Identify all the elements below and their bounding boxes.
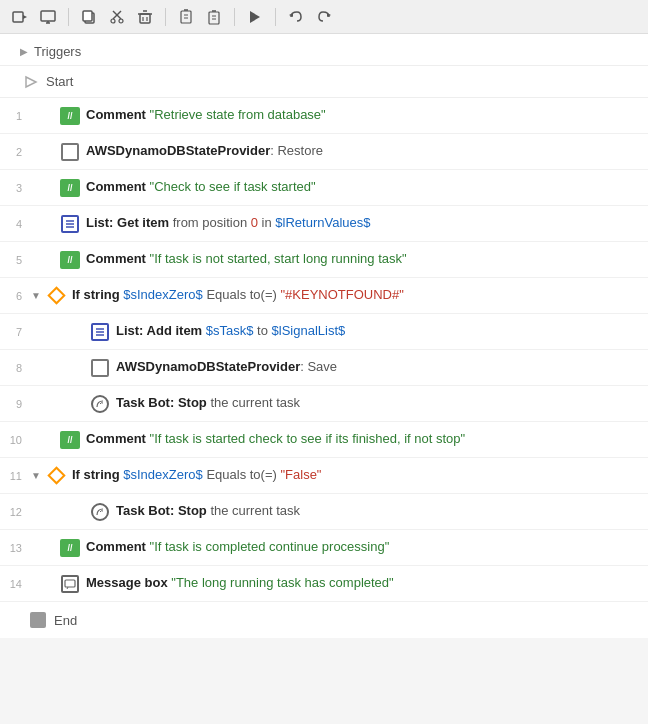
paste-after-button[interactable]	[202, 5, 226, 29]
step-row[interactable]: 11 ▼ If string $sIndexZero$ Equals to(=)…	[0, 458, 648, 494]
step-content: Comment "Check to see if task started"	[86, 178, 648, 196]
line-number: 2	[0, 146, 28, 158]
step-icon-wrapper: //	[60, 178, 80, 198]
dynamo-icon	[61, 143, 79, 161]
redo-button[interactable]	[312, 5, 336, 29]
line-number: 7	[0, 326, 28, 338]
line-number: 11	[0, 470, 28, 482]
step-icon-wrapper	[60, 214, 80, 234]
sep-1	[68, 8, 69, 26]
line-number: 14	[0, 578, 28, 590]
step-text-action: Comment	[86, 431, 150, 446]
step-content: List: Get item from position 0 in $lRetu…	[86, 214, 648, 232]
step-text-var: $sTask$	[206, 323, 254, 338]
comment-icon: //	[60, 107, 80, 125]
svg-point-10	[119, 19, 123, 23]
step-row[interactable]: 2 AWSDynamoDBStateProvider: Restore	[0, 134, 648, 170]
triggers-arrow-icon: ▶	[20, 46, 28, 57]
step-row[interactable]: 7 List: Add item $sTask$ to $lSignalList…	[0, 314, 648, 350]
step-content: If string $sIndexZero$ Equals to(=) "Fal…	[72, 466, 648, 484]
comment-icon: //	[60, 431, 80, 449]
step-row[interactable]: 4 List: Get item from position 0 in $lRe…	[0, 206, 648, 242]
step-text-green: "Check to see if task started"	[150, 179, 316, 194]
line-number: 10	[0, 434, 28, 446]
step-text-normal: the current task	[210, 395, 300, 410]
step-text-action: If string	[72, 287, 123, 302]
line-number: 4	[0, 218, 28, 230]
sep-4	[275, 8, 276, 26]
step-text-green: "The long running task has completed"	[171, 575, 393, 590]
step-text-action: AWSDynamoDBStateProvider	[116, 359, 300, 374]
step-text-var: $sIndexZero$	[123, 287, 203, 302]
step-icon-wrapper	[90, 502, 110, 522]
delete-button[interactable]	[133, 5, 157, 29]
taskbot-icon	[91, 503, 109, 521]
end-icon	[30, 612, 46, 628]
step-content: Task Bot: Stop the current task	[116, 502, 648, 520]
step-text-action: Comment	[86, 539, 150, 554]
svg-rect-0	[13, 12, 23, 22]
step-text-action: Comment	[86, 179, 150, 194]
step-content: Comment "If task is not started, start l…	[86, 250, 648, 268]
step-text-normal: : Restore	[270, 143, 323, 158]
expand-btn[interactable]: ▼	[28, 288, 44, 304]
step-content: AWSDynamoDBStateProvider: Save	[116, 358, 648, 376]
triggers-row: ▶ Triggers	[0, 34, 648, 66]
step-icon-wrapper	[90, 358, 110, 378]
step-row[interactable]: 1 // Comment "Retrieve state from databa…	[0, 98, 648, 134]
end-row: End	[0, 602, 648, 638]
step-row[interactable]: 5 // Comment "If task is not started, st…	[0, 242, 648, 278]
step-icon-wrapper	[60, 574, 80, 594]
screen-button[interactable]	[36, 5, 60, 29]
line-number: 6	[0, 290, 28, 302]
step-text-var: $lSignalList$	[272, 323, 346, 338]
step-row[interactable]: 13 // Comment "If task is completed cont…	[0, 530, 648, 566]
step-content: Comment "If task is started check to see…	[86, 430, 648, 448]
line-number: 8	[0, 362, 28, 374]
svg-rect-2	[41, 11, 55, 21]
step-text-green: "If task is started check to see if its …	[150, 431, 466, 446]
step-text-normal: the current task	[210, 503, 300, 518]
step-row[interactable]: 6 ▼ If string $sIndexZero$ Equals to(=) …	[0, 278, 648, 314]
svg-rect-35	[65, 580, 75, 587]
step-row[interactable]: 10 // Comment "If task is started check …	[0, 422, 648, 458]
step-content: Task Bot: Stop the current task	[116, 394, 648, 412]
step-icon-wrapper: //	[60, 538, 80, 558]
list-icon	[61, 215, 79, 233]
expand-btn[interactable]: ▼	[28, 468, 44, 484]
step-row[interactable]: 3 // Comment "Check to see if task start…	[0, 170, 648, 206]
step-text-green: "If task is completed continue processin…	[150, 539, 390, 554]
step-icon-wrapper: //	[60, 430, 80, 450]
svg-rect-20	[209, 12, 219, 24]
run-button[interactable]	[243, 5, 267, 29]
cut-button[interactable]	[105, 5, 129, 29]
sep-2	[165, 8, 166, 26]
copy-button[interactable]	[77, 5, 101, 29]
step-row[interactable]: 9 Task Bot: Stop the current task	[0, 386, 648, 422]
step-row[interactable]: 12 Task Bot: Stop the current task	[0, 494, 648, 530]
step-icon-wrapper	[90, 322, 110, 342]
step-icon-wrapper: //	[60, 250, 80, 270]
paste-before-button[interactable]	[174, 5, 198, 29]
line-number: 12	[0, 506, 28, 518]
if-icon	[47, 467, 65, 485]
record-button[interactable]	[8, 5, 32, 29]
dynamo-icon	[91, 359, 109, 377]
sep-3	[234, 8, 235, 26]
step-text-normal: from position	[173, 215, 251, 230]
step-text-action: AWSDynamoDBStateProvider	[86, 143, 270, 158]
svg-rect-16	[181, 11, 191, 23]
svg-marker-28	[26, 77, 36, 87]
step-row[interactable]: 8 AWSDynamoDBStateProvider: Save	[0, 350, 648, 386]
step-content: Comment "If task is completed continue p…	[86, 538, 648, 556]
svg-marker-1	[23, 15, 27, 19]
line-number: 13	[0, 542, 28, 554]
triggers-label: Triggers	[34, 44, 81, 59]
step-row[interactable]: 14 Message box "The long running task ha…	[0, 566, 648, 602]
steps-container: 1 // Comment "Retrieve state from databa…	[0, 98, 648, 602]
step-text-action: Message box	[86, 575, 171, 590]
undo-button[interactable]	[284, 5, 308, 29]
step-content: List: Add item $sTask$ to $lSignalList$	[116, 322, 648, 340]
step-text-var: $lReturnValues$	[275, 215, 370, 230]
step-icon-wrapper	[90, 394, 110, 414]
